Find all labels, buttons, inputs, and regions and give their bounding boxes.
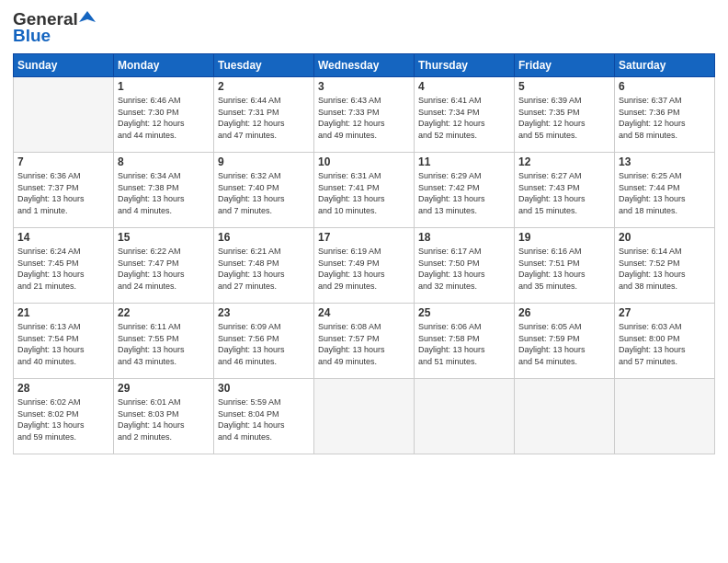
day-cell: 23Sunrise: 6:09 AMSunset: 7:56 PMDayligh… (214, 304, 314, 379)
week-row-4: 28Sunrise: 6:02 AMSunset: 8:02 PMDayligh… (14, 379, 715, 454)
header-cell-wednesday: Wednesday (314, 54, 415, 77)
day-number: 18 (418, 231, 510, 244)
day-cell: 22Sunrise: 6:11 AMSunset: 7:55 PMDayligh… (114, 304, 214, 379)
header-cell-friday: Friday (515, 54, 615, 77)
day-info: Sunrise: 6:32 AMSunset: 7:40 PMDaylight:… (218, 170, 310, 216)
day-cell: 11Sunrise: 6:29 AMSunset: 7:42 PMDayligh… (415, 153, 515, 228)
day-info: Sunrise: 6:01 AMSunset: 8:03 PMDaylight:… (118, 396, 210, 442)
day-info: Sunrise: 6:22 AMSunset: 7:47 PMDaylight:… (118, 246, 210, 292)
day-cell: 24Sunrise: 6:08 AMSunset: 7:57 PMDayligh… (314, 304, 415, 379)
day-cell: 3Sunrise: 6:43 AMSunset: 7:33 PMDaylight… (314, 77, 415, 153)
day-number: 26 (518, 306, 610, 319)
day-cell: 14Sunrise: 6:24 AMSunset: 7:45 PMDayligh… (14, 228, 114, 304)
day-number: 3 (318, 80, 410, 93)
day-info: Sunrise: 6:09 AMSunset: 7:56 PMDaylight:… (218, 321, 310, 367)
logo-blue: Blue (13, 26, 51, 46)
day-cell: 5Sunrise: 6:39 AMSunset: 7:35 PMDaylight… (515, 77, 615, 153)
header-cell-monday: Monday (114, 54, 214, 77)
day-info: Sunrise: 6:13 AMSunset: 7:54 PMDaylight:… (17, 321, 109, 367)
header-cell-tuesday: Tuesday (214, 54, 314, 77)
day-cell: 21Sunrise: 6:13 AMSunset: 7:54 PMDayligh… (14, 304, 114, 379)
day-number: 19 (518, 231, 610, 244)
header-row: SundayMondayTuesdayWednesdayThursdayFrid… (14, 54, 715, 77)
day-cell: 16Sunrise: 6:21 AMSunset: 7:48 PMDayligh… (214, 228, 314, 304)
week-row-1: 7Sunrise: 6:36 AMSunset: 7:37 PMDaylight… (14, 153, 715, 228)
header-cell-sunday: Sunday (14, 54, 114, 77)
day-cell: 2Sunrise: 6:44 AMSunset: 7:31 PMDaylight… (214, 77, 314, 153)
day-info: Sunrise: 6:17 AMSunset: 7:50 PMDaylight:… (418, 246, 510, 292)
day-cell: 9Sunrise: 6:32 AMSunset: 7:40 PMDaylight… (214, 153, 314, 228)
day-info: Sunrise: 6:03 AMSunset: 8:00 PMDaylight:… (619, 321, 711, 367)
day-info: Sunrise: 6:39 AMSunset: 7:35 PMDaylight:… (518, 95, 610, 141)
day-number: 22 (118, 306, 210, 319)
week-row-2: 14Sunrise: 6:24 AMSunset: 7:45 PMDayligh… (14, 228, 715, 304)
calendar-header: SundayMondayTuesdayWednesdayThursdayFrid… (14, 54, 715, 77)
day-number: 13 (619, 155, 711, 168)
day-info: Sunrise: 6:08 AMSunset: 7:57 PMDaylight:… (318, 321, 410, 367)
day-number: 2 (218, 80, 310, 93)
day-number: 8 (118, 155, 210, 168)
day-cell: 18Sunrise: 6:17 AMSunset: 7:50 PMDayligh… (415, 228, 515, 304)
day-number: 21 (17, 306, 109, 319)
day-cell: 13Sunrise: 6:25 AMSunset: 7:44 PMDayligh… (615, 153, 715, 228)
day-cell (314, 379, 415, 454)
day-cell (14, 77, 114, 153)
page: General Blue SundayMondayTuesdayWednesda… (0, 0, 728, 563)
day-cell: 28Sunrise: 6:02 AMSunset: 8:02 PMDayligh… (14, 379, 114, 454)
day-info: Sunrise: 6:14 AMSunset: 7:52 PMDaylight:… (619, 246, 711, 292)
day-cell: 4Sunrise: 6:41 AMSunset: 7:34 PMDaylight… (415, 77, 515, 153)
day-info: Sunrise: 6:36 AMSunset: 7:37 PMDaylight:… (17, 170, 109, 216)
day-number: 1 (118, 80, 210, 93)
day-info: Sunrise: 5:59 AMSunset: 8:04 PMDaylight:… (218, 396, 310, 442)
calendar-body: 1Sunrise: 6:46 AMSunset: 7:30 PMDaylight… (14, 77, 715, 454)
day-number: 27 (619, 306, 711, 319)
day-number: 24 (318, 306, 410, 319)
week-row-3: 21Sunrise: 6:13 AMSunset: 7:54 PMDayligh… (14, 304, 715, 379)
day-info: Sunrise: 6:11 AMSunset: 7:55 PMDaylight:… (118, 321, 210, 367)
day-cell: 27Sunrise: 6:03 AMSunset: 8:00 PMDayligh… (615, 304, 715, 379)
day-number: 17 (318, 231, 410, 244)
day-info: Sunrise: 6:19 AMSunset: 7:49 PMDaylight:… (318, 246, 410, 292)
day-cell: 20Sunrise: 6:14 AMSunset: 7:52 PMDayligh… (615, 228, 715, 304)
day-cell: 7Sunrise: 6:36 AMSunset: 7:37 PMDaylight… (14, 153, 114, 228)
day-cell: 17Sunrise: 6:19 AMSunset: 7:49 PMDayligh… (314, 228, 415, 304)
day-info: Sunrise: 6:46 AMSunset: 7:30 PMDaylight:… (118, 95, 210, 141)
day-info: Sunrise: 6:37 AMSunset: 7:36 PMDaylight:… (619, 95, 711, 141)
day-info: Sunrise: 6:27 AMSunset: 7:43 PMDaylight:… (518, 170, 610, 216)
day-info: Sunrise: 6:29 AMSunset: 7:42 PMDaylight:… (418, 170, 510, 216)
day-cell: 6Sunrise: 6:37 AMSunset: 7:36 PMDaylight… (615, 77, 715, 153)
day-info: Sunrise: 6:44 AMSunset: 7:31 PMDaylight:… (218, 95, 310, 141)
day-number: 14 (17, 231, 109, 244)
day-info: Sunrise: 6:16 AMSunset: 7:51 PMDaylight:… (518, 246, 610, 292)
day-cell: 25Sunrise: 6:06 AMSunset: 7:58 PMDayligh… (415, 304, 515, 379)
day-number: 30 (218, 382, 310, 395)
day-cell (415, 379, 515, 454)
day-info: Sunrise: 6:25 AMSunset: 7:44 PMDaylight:… (619, 170, 711, 216)
day-info: Sunrise: 6:24 AMSunset: 7:45 PMDaylight:… (17, 246, 109, 292)
day-info: Sunrise: 6:02 AMSunset: 8:02 PMDaylight:… (17, 396, 109, 442)
day-number: 16 (218, 231, 310, 244)
day-cell: 29Sunrise: 6:01 AMSunset: 8:03 PMDayligh… (114, 379, 214, 454)
day-number: 6 (619, 80, 711, 93)
day-number: 10 (318, 155, 410, 168)
header: General Blue (13, 9, 715, 46)
day-cell: 19Sunrise: 6:16 AMSunset: 7:51 PMDayligh… (515, 228, 615, 304)
header-cell-saturday: Saturday (615, 54, 715, 77)
day-number: 5 (518, 80, 610, 93)
day-cell: 15Sunrise: 6:22 AMSunset: 7:47 PMDayligh… (114, 228, 214, 304)
day-cell: 30Sunrise: 5:59 AMSunset: 8:04 PMDayligh… (214, 379, 314, 454)
day-info: Sunrise: 6:43 AMSunset: 7:33 PMDaylight:… (318, 95, 410, 141)
day-number: 29 (118, 382, 210, 395)
day-info: Sunrise: 6:06 AMSunset: 7:58 PMDaylight:… (418, 321, 510, 367)
day-info: Sunrise: 6:21 AMSunset: 7:48 PMDaylight:… (218, 246, 310, 292)
day-cell: 26Sunrise: 6:05 AMSunset: 7:59 PMDayligh… (515, 304, 615, 379)
day-cell: 10Sunrise: 6:31 AMSunset: 7:41 PMDayligh… (314, 153, 415, 228)
day-number: 12 (518, 155, 610, 168)
header-cell-thursday: Thursday (415, 54, 515, 77)
week-row-0: 1Sunrise: 6:46 AMSunset: 7:30 PMDaylight… (14, 77, 715, 153)
day-number: 7 (17, 155, 109, 168)
day-cell (515, 379, 615, 454)
day-number: 15 (118, 231, 210, 244)
day-info: Sunrise: 6:34 AMSunset: 7:38 PMDaylight:… (118, 170, 210, 216)
day-info: Sunrise: 6:31 AMSunset: 7:41 PMDaylight:… (318, 170, 410, 216)
